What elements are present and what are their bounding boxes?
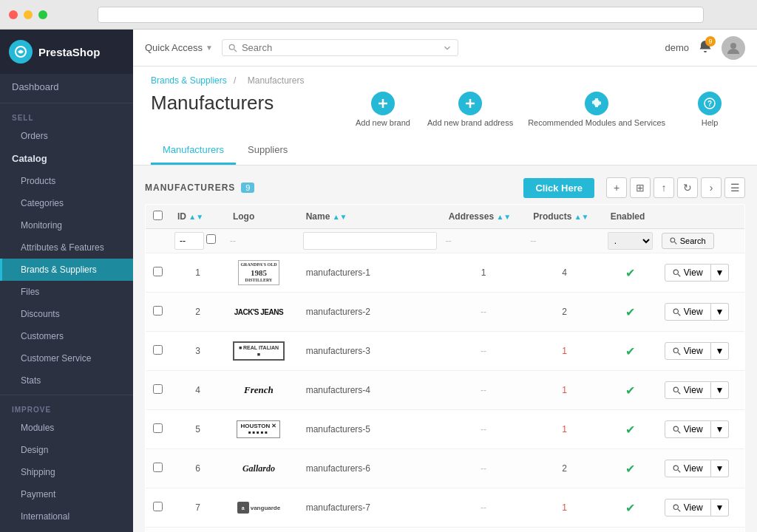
row-enabled: ✔ — [603, 371, 657, 410]
row-id: 1 — [170, 253, 225, 293]
view-dropdown-button[interactable]: ▼ — [711, 460, 730, 477]
svg-text:?: ? — [707, 100, 712, 108]
filter-name-input[interactable] — [303, 232, 437, 250]
view-dropdown-button[interactable]: ▼ — [711, 303, 730, 321]
help-button[interactable]: ? Help — [680, 92, 739, 128]
row-checkbox[interactable] — [153, 384, 163, 394]
view-button[interactable]: View — [665, 342, 711, 360]
view-button[interactable]: View — [665, 499, 711, 516]
table-row: 2 JACK'S JEANS manufacturers-2 -- 2 ✔ Vi… — [146, 293, 745, 332]
th-products[interactable]: Products ▲▼ — [526, 205, 602, 229]
count-badge: 9 — [241, 183, 254, 193]
quick-access-button[interactable]: Quick Access ▼ — [145, 42, 213, 53]
sidebar-item-orders[interactable]: Orders — [0, 125, 133, 147]
search-bar[interactable] — [222, 39, 458, 56]
filter-addresses-cell: -- — [441, 229, 526, 253]
filter-search-label: Search — [680, 236, 706, 245]
image-button[interactable]: ⊞ — [630, 177, 651, 198]
mac-maximize[interactable] — [38, 10, 47, 19]
filter-search-button[interactable]: Search — [662, 233, 714, 249]
click-here-button[interactable]: Click Here — [523, 178, 594, 198]
table-area: MANUFACTURERS 9 Click Here + ⊞ ↑ ↻ › ☰ — [133, 166, 757, 532]
view-button[interactable]: View — [665, 264, 711, 282]
logo-icon — [9, 40, 33, 64]
sidebar-item-brands-suppliers[interactable]: Brands & Suppliers — [0, 259, 133, 281]
filter-enabled-select[interactable]: . Yes No — [608, 232, 653, 250]
add-brand-icon — [371, 92, 395, 115]
sidebar-item-products[interactable]: Products — [0, 170, 133, 192]
search-dropdown-icon[interactable] — [443, 44, 452, 52]
select-all-checkbox[interactable] — [153, 211, 163, 220]
row-enabled: ✔ — [603, 449, 657, 488]
sidebar-item-customer-service[interactable]: Customer Service — [0, 347, 133, 369]
row-enabled: ✔ — [603, 253, 657, 293]
recommended-modules-button[interactable]: Recommended Modules and Services — [528, 92, 665, 128]
sidebar-item-shipping[interactable]: Shipping — [0, 461, 133, 483]
row-checkbox[interactable] — [153, 267, 163, 276]
row-checkbox[interactable] — [153, 463, 163, 472]
svg-line-25 — [678, 509, 680, 511]
tabs-row: Manufacturers Suppliers — [151, 137, 739, 165]
row-name: manufacturers-2 — [299, 293, 441, 332]
table-row: 1 GRANDPA'S OLD1985DISTILLERY manufactur… — [146, 253, 745, 293]
svg-point-20 — [673, 426, 678, 431]
view-button[interactable]: View — [665, 420, 711, 438]
mac-titlebar — [0, 0, 757, 30]
sidebar-item-payment[interactable]: Payment — [0, 483, 133, 505]
row-checkbox[interactable] — [153, 423, 163, 433]
view-button[interactable]: View — [665, 303, 711, 321]
notification-bell[interactable]: 9 — [698, 39, 713, 56]
add-brand-button[interactable]: Add new brand — [353, 92, 413, 128]
breadcrumb-brands[interactable]: Brands & Suppliers — [151, 75, 227, 86]
view-button[interactable]: View — [665, 460, 711, 477]
mac-minimize[interactable] — [24, 10, 33, 19]
sidebar-item-catalog[interactable]: Catalog — [0, 147, 133, 170]
sidebar-item-discounts[interactable]: Discounts — [0, 303, 133, 325]
row-products: 1 — [526, 488, 602, 528]
view-dropdown-button[interactable]: ▼ — [711, 420, 730, 438]
add-row-button[interactable]: + — [606, 177, 627, 198]
filter-id-checkbox[interactable] — [206, 234, 216, 244]
view-dropdown-button[interactable]: ▼ — [711, 264, 730, 282]
breadcrumb-separator: / — [234, 75, 236, 86]
row-addresses: -- — [441, 371, 526, 410]
row-checkbox[interactable] — [153, 502, 163, 511]
view-button[interactable]: View — [665, 381, 711, 399]
row-checkbox[interactable] — [153, 306, 163, 316]
sidebar-item-international[interactable]: International — [0, 505, 133, 528]
row-checkbox[interactable] — [153, 345, 163, 355]
search-input[interactable] — [242, 42, 438, 53]
sidebar-item-stats[interactable]: Stats — [0, 369, 133, 392]
enabled-checkmark: ✔ — [625, 306, 635, 318]
sidebar-item-categories[interactable]: Categories — [0, 192, 133, 214]
sidebar-item-design[interactable]: Design — [0, 439, 133, 461]
sidebar-item-monitoring[interactable]: Monitoring — [0, 214, 133, 236]
sidebar-item-dashboard[interactable]: Dashboard — [0, 74, 133, 100]
th-addresses[interactable]: Addresses ▲▼ — [441, 205, 526, 229]
export-button[interactable]: ↑ — [654, 177, 674, 198]
view-dropdown-button[interactable]: ▼ — [711, 499, 730, 516]
add-brand-address-button[interactable]: Add new brand address — [427, 92, 513, 128]
user-avatar[interactable] — [722, 36, 745, 60]
sidebar-item-attributes[interactable]: Attributes & Features — [0, 236, 133, 259]
tab-suppliers[interactable]: Suppliers — [236, 137, 299, 165]
mac-close[interactable] — [9, 10, 18, 19]
filter-id-input[interactable] — [174, 232, 204, 250]
tab-manufacturers[interactable]: Manufacturers — [151, 137, 236, 165]
th-name[interactable]: Name ▲▼ — [299, 205, 441, 229]
view-dropdown-button[interactable]: ▼ — [711, 381, 730, 399]
next-button[interactable]: › — [701, 177, 722, 198]
row-name: manufacturers-5 — [299, 410, 441, 449]
sidebar-item-modules[interactable]: Modules — [0, 417, 133, 439]
menu-button[interactable]: ☰ — [724, 177, 745, 198]
refresh-button[interactable]: ↻ — [677, 177, 698, 198]
sidebar-item-files[interactable]: Files — [0, 281, 133, 303]
svg-point-16 — [673, 348, 678, 352]
sidebar-item-customers[interactable]: Customers — [0, 325, 133, 347]
row-checkbox-cell — [146, 449, 171, 488]
th-id[interactable]: ID ▲▼ — [170, 205, 225, 229]
view-search-icon — [673, 347, 681, 355]
view-dropdown-button[interactable]: ▼ — [711, 342, 730, 360]
address-bar[interactable] — [98, 7, 704, 23]
sidebar-item-leo-blog[interactable]: Leo Blog Management — [0, 528, 133, 532]
